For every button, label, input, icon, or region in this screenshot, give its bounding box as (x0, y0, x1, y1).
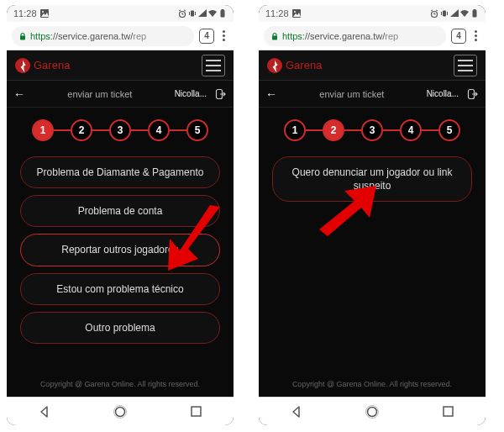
copyright: Copyright @ Garena Online. All rights re… (7, 373, 234, 397)
lock-icon (270, 32, 279, 40)
brand-name: Garena (34, 59, 70, 71)
app-header: Garena (7, 50, 234, 81)
page-title: enviar um ticket (30, 89, 170, 99)
image-icon (292, 9, 301, 18)
copyright: Copyright @ Garena Online. All rights re… (259, 373, 486, 397)
alarm-icon (178, 9, 186, 18)
step-connector (170, 129, 186, 131)
step-4[interactable]: 4 (148, 119, 170, 141)
brand[interactable]: Garena (15, 58, 70, 73)
phone-right: 11:28 https://service.garena.tw/rep 4 Ga… (259, 5, 486, 425)
app-header: Garena (259, 50, 486, 81)
svg-point-1 (42, 11, 44, 13)
step-1[interactable]: 1 (284, 119, 306, 141)
url-input[interactable]: https://service.garena.tw/rep (12, 26, 194, 46)
svg-rect-4 (221, 10, 225, 18)
phone-left: 11:28 https://service.garena.tw/rep 4 Ga… (7, 5, 234, 425)
option-account-problem[interactable]: Problema de conta (20, 195, 220, 227)
step-connector (306, 129, 323, 131)
android-navbar (7, 397, 234, 425)
step-connector (92, 129, 109, 131)
logout-icon[interactable] (215, 88, 227, 100)
url-scheme: https (30, 31, 50, 41)
status-time: 11:28 (13, 8, 37, 18)
status-bar: 11:28 (7, 5, 234, 22)
url-host: ://service.garena.tw/ (50, 31, 133, 41)
hamburger-menu-icon[interactable] (454, 55, 477, 76)
sub-header: ← enviar um ticket Nicolla... (7, 81, 234, 108)
battery-icon (470, 9, 479, 18)
signal-icon (198, 9, 207, 18)
url-bar: https://service.garena.tw/rep 4 (259, 22, 486, 50)
step-connector (131, 129, 148, 131)
url-scheme: https (282, 31, 302, 41)
svg-rect-16 (474, 9, 476, 11)
url-host: ://service.garena.tw/ (302, 31, 385, 41)
option-list: Problema de Diamante & Pagamento Problem… (7, 150, 234, 350)
wifi-icon (460, 9, 469, 18)
tab-count[interactable]: 4 (199, 29, 214, 44)
nav-home-icon[interactable] (365, 404, 380, 419)
svg-rect-15 (473, 10, 477, 18)
svg-point-8 (116, 407, 125, 416)
vibrate-icon (188, 9, 197, 18)
nav-recent-icon[interactable] (190, 405, 202, 418)
status-bar: 11:28 (259, 5, 486, 22)
stepper: 1 2 3 4 5 (7, 108, 234, 150)
signal-icon (450, 9, 459, 18)
back-button[interactable]: ← (265, 87, 277, 101)
brand[interactable]: Garena (267, 58, 322, 73)
step-3[interactable]: 3 (361, 119, 383, 141)
stepper: 1 2 3 4 5 (259, 108, 486, 150)
nav-home-icon[interactable] (113, 404, 128, 419)
step-5[interactable]: 5 (186, 119, 208, 141)
step-connector (54, 129, 71, 131)
step-2[interactable]: 2 (71, 119, 92, 141)
step-3[interactable]: 3 (109, 119, 131, 141)
url-bar: https://service.garena.tw/rep 4 (7, 22, 234, 50)
alarm-icon (430, 9, 438, 18)
logout-icon[interactable] (467, 88, 479, 100)
nav-back-icon[interactable] (38, 405, 51, 419)
step-connector (383, 129, 400, 131)
user-name[interactable]: Nicolla... (427, 89, 459, 98)
sub-header: ← enviar um ticket Nicolla... (259, 81, 486, 108)
browser-menu-icon[interactable] (471, 30, 480, 41)
option-diamond-payment[interactable]: Problema de Diamante & Pagamento (20, 156, 220, 188)
step-2[interactable]: 2 (323, 119, 344, 141)
hamburger-menu-icon[interactable] (202, 55, 225, 76)
svg-rect-17 (272, 35, 277, 40)
status-time: 11:28 (265, 8, 289, 18)
option-report-players[interactable]: Reportar outros jogadores (20, 234, 220, 266)
svg-rect-21 (444, 407, 453, 416)
vibrate-icon (440, 9, 449, 18)
step-5[interactable]: 5 (438, 119, 460, 141)
nav-back-icon[interactable] (290, 405, 303, 419)
nav-recent-icon[interactable] (442, 405, 454, 418)
browser-menu-icon[interactable] (219, 30, 228, 41)
brand-name: Garena (286, 59, 322, 71)
step-1[interactable]: 1 (32, 119, 54, 141)
back-button[interactable]: ← (13, 87, 25, 101)
svg-rect-5 (222, 9, 224, 11)
svg-rect-3 (191, 11, 194, 17)
battery-icon (218, 9, 227, 18)
step-connector (344, 129, 361, 131)
option-technical-problem[interactable]: Estou com problema técnico (20, 273, 220, 305)
step-connector (422, 129, 438, 131)
svg-rect-6 (20, 35, 25, 40)
step-4[interactable]: 4 (400, 119, 422, 141)
android-navbar (259, 397, 486, 425)
svg-rect-10 (192, 407, 201, 416)
user-name[interactable]: Nicolla... (175, 89, 207, 98)
tab-count[interactable]: 4 (451, 29, 466, 44)
svg-rect-14 (443, 11, 446, 17)
option-other-problem[interactable]: Outro problema (20, 312, 220, 344)
option-report-suspicious[interactable]: Quero denunciar um jogador ou link suspe… (272, 156, 472, 202)
svg-point-19 (368, 407, 377, 416)
url-input[interactable]: https://service.garena.tw/rep (264, 26, 446, 46)
page-title: enviar um ticket (282, 89, 422, 99)
garena-logo-icon (15, 58, 30, 73)
option-list: Quero denunciar um jogador ou link suspe… (259, 150, 486, 208)
url-path: rep (385, 31, 398, 41)
